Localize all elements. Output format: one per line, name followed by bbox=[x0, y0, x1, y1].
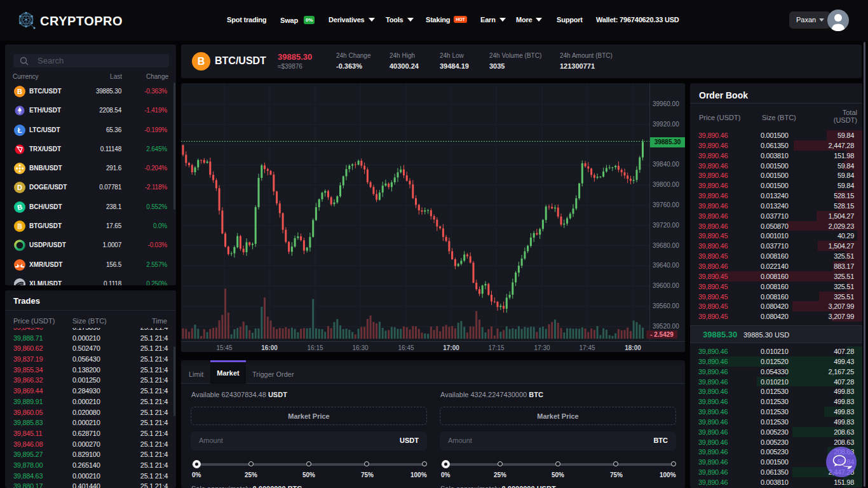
svg-text:B: B bbox=[17, 223, 22, 230]
svg-text:B: B bbox=[17, 88, 22, 95]
svg-text:B: B bbox=[198, 56, 205, 67]
svg-text:Ł: Ł bbox=[18, 126, 22, 134]
svg-text:D: D bbox=[17, 184, 22, 191]
